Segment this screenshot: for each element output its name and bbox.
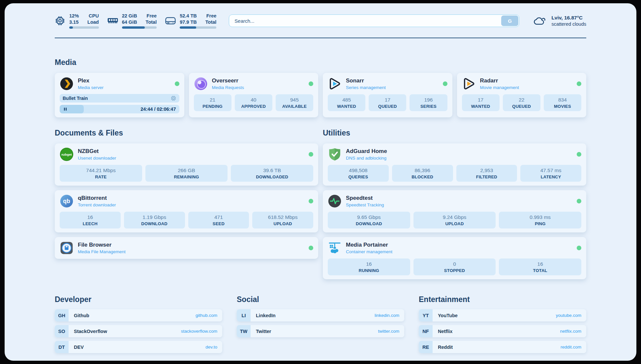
app-card-overseerr[interactable]: Overseerr Media Requests 21PENDING 40APP… xyxy=(189,73,319,117)
radarr-icon xyxy=(462,77,476,91)
stat-approved: 40APPROVED xyxy=(235,94,272,111)
qbittorrent-icon: qb xyxy=(60,194,74,208)
app-description: DNS and adblocking xyxy=(346,156,387,161)
bookmark-youtube[interactable]: YT YouTube youtube.com xyxy=(419,309,586,321)
status-online-dot xyxy=(577,152,581,157)
bookmark-name: YouTube xyxy=(438,313,458,318)
bookmark-abbr: TW xyxy=(237,325,251,337)
disk-total-label: Total xyxy=(205,19,217,25)
bookmark-netflix[interactable]: NF Netflix netflix.com xyxy=(419,325,586,337)
app-card-plex[interactable]: Plex Media server Bullet Train xyxy=(55,73,184,117)
cpu-progress-bar xyxy=(69,26,99,29)
app-name: Media Portainer xyxy=(346,242,392,248)
stat-download: 1.19 GbpsDOWNLOAD xyxy=(124,212,185,228)
status-online-dot xyxy=(309,246,313,250)
bookmark-url[interactable]: github.com xyxy=(196,313,217,318)
bookmark-twitter[interactable]: TW Twitter twitter.com xyxy=(237,325,404,337)
ram-free-value: 22 GiB xyxy=(122,13,137,19)
dashboard-page: 12% CPU 3.15 Load 22 GiB xyxy=(5,3,636,361)
bookmark-url[interactable]: youtube.com xyxy=(556,313,581,318)
bookmark-name: Netflix xyxy=(438,329,452,334)
bookmark-url[interactable]: reddit.com xyxy=(561,345,581,349)
stat-rate: 744.21 MbpsRATE xyxy=(60,165,142,182)
bookmark-reddit[interactable]: RE Reddit reddit.com xyxy=(419,341,586,353)
cpu-usage-value: 12% xyxy=(69,13,79,19)
app-card-sonarr[interactable]: Sonarr Series management 485WANTED 17QUE… xyxy=(323,73,452,117)
app-card-adguard[interactable]: AdGuard Home DNS and adblocking 498,508Q… xyxy=(323,143,586,186)
bookmark-name: DEV xyxy=(74,345,84,350)
playback-time: 24:44 / 02:06:47 xyxy=(140,106,176,112)
app-name: Overseerr xyxy=(212,77,244,84)
app-card-nzbget[interactable]: nzbget NZBGet Usenet downloader 744.21 M… xyxy=(55,143,318,186)
bookmark-linkedin[interactable]: LI LinkedIn linkedin.com xyxy=(237,309,404,321)
stat-running: 16RUNNING xyxy=(328,258,410,275)
cpu-load-label: Load xyxy=(87,19,99,25)
app-card-qbittorrent[interactable]: qb qBittorrent Torrent downloader 16LEEC… xyxy=(55,190,318,232)
now-playing-title: Bullet Train xyxy=(63,96,88,101)
cpu-usage-label: CPU xyxy=(87,13,99,19)
bookmark-url[interactable]: linkedin.com xyxy=(375,313,399,318)
bookmark-stackoverflow[interactable]: SO StackOverflow stackoverflow.com xyxy=(55,325,222,337)
bookmark-abbr: RE xyxy=(419,341,433,353)
section-media: Media Plex Media server Bullet Train xyxy=(55,58,586,117)
app-name: File Browser xyxy=(78,242,126,248)
bookmark-dev[interactable]: DT DEV dev.to xyxy=(55,341,222,353)
section-entertainment: Entertainment YT YouTube youtube.com NF … xyxy=(419,295,586,353)
plex-icon xyxy=(60,77,74,91)
stat-wanted: 17WANTED xyxy=(462,94,500,111)
stat-upload: 618.52 MbpsUPLOAD xyxy=(252,212,313,228)
bookmark-abbr: LI xyxy=(237,309,251,321)
bookmark-github[interactable]: GH Github github.com xyxy=(55,309,222,321)
status-online-dot xyxy=(443,81,447,86)
app-description: Media server xyxy=(78,85,104,90)
stat-movies: 834MOVIES xyxy=(544,94,581,111)
app-description: Media Requests xyxy=(212,85,244,90)
weather-condition: scattered clouds xyxy=(551,21,586,27)
section-title-media: Media xyxy=(55,58,586,67)
bookmark-url[interactable]: dev.to xyxy=(205,345,217,349)
bookmark-url[interactable]: netflix.com xyxy=(560,329,581,334)
playback-progress-bar[interactable]: 24:44 / 02:06:47 xyxy=(60,105,179,113)
bookmark-abbr: GH xyxy=(55,309,69,321)
bookmark-url[interactable]: twitter.com xyxy=(378,329,399,334)
adguard-icon xyxy=(328,147,342,161)
stat-stopped: 0STOPPED xyxy=(413,258,496,275)
stat-remaining: 266 GBREMAINING xyxy=(145,165,228,182)
app-card-radarr[interactable]: Radarr Movie management 17WANTED 22QUEUE… xyxy=(457,73,587,117)
app-description: Torrent downloader xyxy=(78,202,116,207)
app-card-speedtest[interactable]: Speedtest Speedtest Tracking 9.65 GbpsDO… xyxy=(323,190,586,232)
weather-location-temp: Lviv, 16.87°C xyxy=(551,15,586,21)
stat-wanted: 485WANTED xyxy=(328,94,365,111)
section-title-social: Social xyxy=(237,295,404,304)
bookmark-name: Reddit xyxy=(438,345,453,350)
app-name: Plex xyxy=(78,77,104,84)
search-input[interactable] xyxy=(229,15,519,27)
pause-icon[interactable] xyxy=(63,107,68,111)
cloud-icon xyxy=(533,15,547,26)
svg-text:qb: qb xyxy=(63,198,70,204)
camera-icon xyxy=(170,95,176,101)
status-online-dot xyxy=(175,81,179,86)
stat-series: 196SERIES xyxy=(410,94,447,111)
speedtest-icon xyxy=(328,194,342,208)
app-card-portainer[interactable]: Media Portainer Container management 16R… xyxy=(323,237,586,279)
ram-stat: 22 GiB Free 64 GiB Total xyxy=(107,13,157,29)
search-engine-button[interactable]: G xyxy=(501,15,518,26)
weather-widget: Lviv, 16.87°C scattered clouds xyxy=(533,15,586,27)
system-stats: 12% CPU 3.15 Load 22 GiB xyxy=(55,13,216,29)
app-name: Sonarr xyxy=(346,77,386,84)
app-name: Radarr xyxy=(480,77,519,84)
status-online-dot xyxy=(577,81,581,86)
status-online-dot xyxy=(577,199,581,203)
stat-latency: 47.57 msLATENCY xyxy=(520,165,581,182)
app-description: Speedtest Tracking xyxy=(346,202,384,207)
app-name: NZBGet xyxy=(78,148,116,155)
stat-seed: 471SEED xyxy=(188,212,249,228)
bookmark-url[interactable]: stackoverflow.com xyxy=(181,329,217,334)
app-description: Usenet downloader xyxy=(78,156,116,161)
cpu-load-value: 3.15 xyxy=(69,19,79,25)
stat-blocked: 86,396BLOCKED xyxy=(392,165,453,182)
ram-total-value: 64 GiB xyxy=(122,19,137,25)
bookmark-abbr: DT xyxy=(55,341,69,353)
app-card-filebrowser[interactable]: File Browser Media File Management xyxy=(55,237,318,259)
